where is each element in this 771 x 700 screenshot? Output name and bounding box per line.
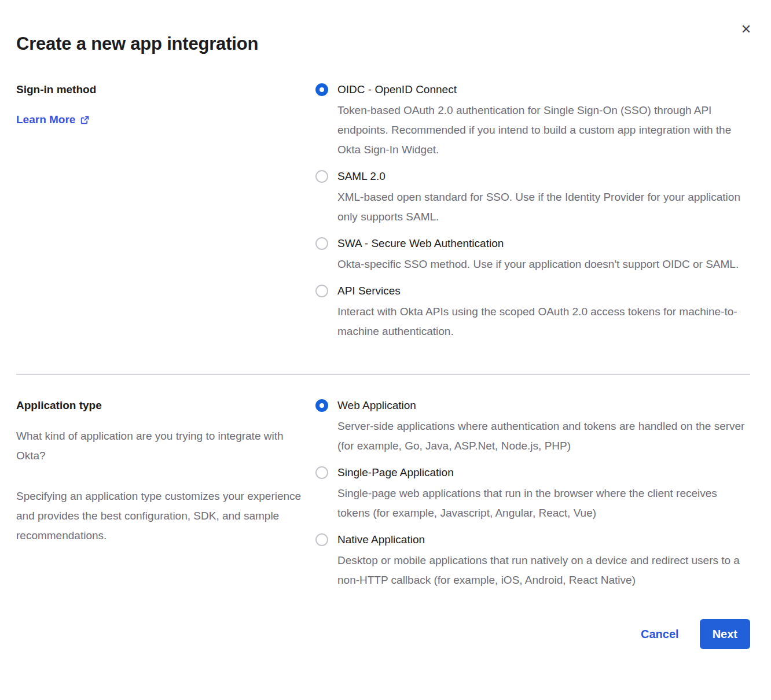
radio-api-services[interactable] [315,285,328,297]
option-api-services-description: Interact with Okta APIs using the scoped… [337,302,750,341]
option-swa-description: Okta-specific SSO method. Use if your ap… [337,255,750,274]
option-oidc-label[interactable]: OIDC - OpenID Connect [337,82,750,97]
dialog-footer: Cancel Next [16,619,750,649]
option-oidc: OIDC - OpenID Connect Token-based OAuth … [315,82,750,160]
learn-more-link[interactable]: Learn More [16,112,90,127]
application-type-section: Application type What kind of applicatio… [16,398,750,590]
external-link-icon [80,115,90,125]
option-native-application-label[interactable]: Native Application [337,532,750,547]
option-web-application-label[interactable]: Web Application [337,398,750,413]
option-saml: SAML 2.0 XML-based open standard for SSO… [315,169,750,227]
option-saml-description: XML-based open standard for SSO. Use if … [337,187,750,227]
option-oidc-description: Token-based OAuth 2.0 authentication for… [337,101,750,160]
radio-web-application[interactable] [315,399,328,412]
option-native-application: Native Application Desktop or mobile app… [315,532,750,590]
next-button[interactable]: Next [700,619,750,649]
option-web-application: Web Application Server-side applications… [315,398,750,456]
option-swa-label[interactable]: SWA - Secure Web Authentication [337,236,750,251]
cancel-button[interactable]: Cancel [641,628,679,641]
option-api-services-label[interactable]: API Services [337,283,750,299]
option-web-application-description: Server-side applications where authentic… [337,417,750,456]
create-app-integration-dialog: ✕ Create a new app integration Sign-in m… [0,0,771,700]
radio-single-page-application[interactable] [315,466,328,479]
application-type-explanation: Specifying an application type customize… [16,487,302,546]
radio-saml[interactable] [315,170,328,183]
option-saml-label[interactable]: SAML 2.0 [337,169,750,184]
sign-in-method-options: OIDC - OpenID Connect Token-based OAuth … [315,82,750,341]
sign-in-method-left-column: Sign-in method Learn More [16,82,315,127]
option-single-page-application: Single-Page Application Single-page web … [315,465,750,523]
option-swa: SWA - Secure Web Authentication Okta-spe… [315,236,750,274]
dialog-title: Create a new app integration [16,31,750,57]
section-divider [16,374,750,375]
radio-native-application[interactable] [315,533,328,546]
application-type-question: What kind of application are you trying … [16,426,302,466]
sign-in-method-heading: Sign-in method [16,82,302,97]
learn-more-label: Learn More [16,112,75,127]
radio-swa[interactable] [315,237,328,250]
option-api-services: API Services Interact with Okta APIs usi… [315,283,750,341]
close-icon[interactable]: ✕ [739,22,754,37]
radio-oidc[interactable] [315,83,328,96]
option-single-page-application-description: Single-page web applications that run in… [337,484,750,523]
option-single-page-application-label[interactable]: Single-Page Application [337,465,750,480]
application-type-heading: Application type [16,398,302,413]
option-native-application-description: Desktop or mobile applications that run … [337,551,750,590]
application-type-options: Web Application Server-side applications… [315,398,750,590]
sign-in-method-section: Sign-in method Learn More OIDC - OpenID … [16,82,750,341]
application-type-left-column: Application type What kind of applicatio… [16,398,315,546]
